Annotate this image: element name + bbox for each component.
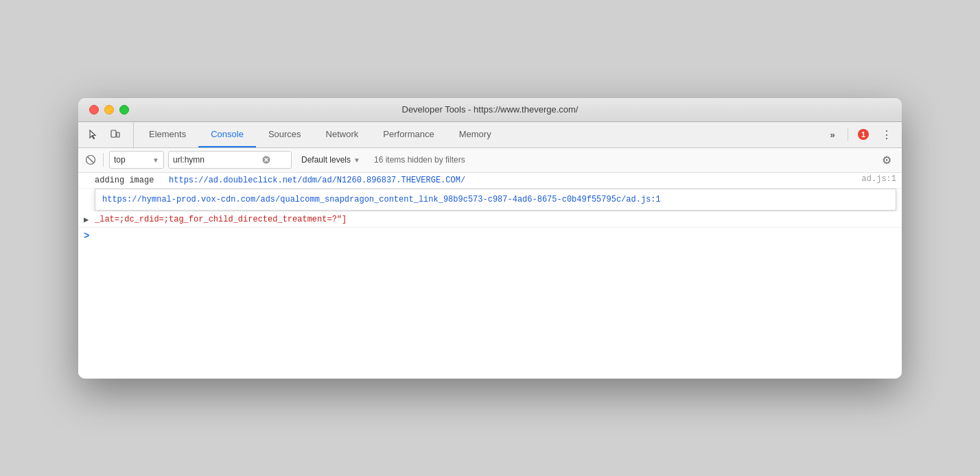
close-button[interactable]	[89, 105, 99, 115]
console-source[interactable]: ad.js:1	[855, 174, 896, 184]
console-toolbar-divider	[103, 153, 104, 167]
row-expand-icon[interactable]: ▶	[84, 215, 95, 225]
minimize-button[interactable]	[104, 105, 114, 115]
cursor-tool-button[interactable]	[84, 125, 103, 144]
tooltip-row: https://hymnal-prod.vox-cdn.com/ads/qual…	[95, 189, 896, 211]
tab-nav: Elements Console Sources Network Perform…	[137, 122, 823, 147]
default-levels-dropdown[interactable]: Default levels ▼	[296, 154, 366, 166]
tab-console[interactable]: Console	[198, 122, 256, 147]
console-source[interactable]: —	[855, 213, 896, 223]
device-toggle-button[interactable]	[106, 125, 125, 144]
toolbar-right: » 1 ⋮	[823, 122, 896, 147]
tab-memory[interactable]: Memory	[447, 122, 504, 147]
devtools-toolbar: Elements Console Sources Network Perform…	[78, 122, 902, 148]
traffic-lights	[89, 105, 129, 115]
maximize-button[interactable]	[119, 105, 129, 115]
console-input[interactable]	[93, 231, 896, 241]
clear-console-button[interactable]	[84, 153, 97, 167]
console-settings-button[interactable]: ⚙	[877, 150, 896, 169]
title-bar: Developer Tools - https://www.theverge.c…	[78, 98, 902, 122]
row-expand-icon: ▶	[84, 176, 95, 186]
svg-line-3	[88, 157, 94, 163]
console-row: ▶ adding image https://ad.doubleclick.ne…	[78, 173, 902, 189]
filter-input[interactable]	[173, 155, 262, 165]
more-tabs-button[interactable]: »	[823, 125, 842, 144]
prompt-arrow: >	[84, 230, 89, 241]
filter-clear-button[interactable]	[262, 156, 270, 164]
console-text: adding image https://ad.doubleclick.net/…	[95, 174, 855, 187]
tooltip-url-text[interactable]: https://hymnal-prod.vox-cdn.com/ads/qual…	[102, 195, 661, 204]
devtools-window: Developer Tools - https://www.theverge.c…	[78, 98, 902, 379]
tab-elements[interactable]: Elements	[137, 122, 198, 147]
tab-performance[interactable]: Performance	[371, 122, 446, 147]
toolbar-divider	[848, 128, 848, 141]
toolbar-icons	[84, 122, 134, 147]
console-text: _lat=;dc_rdid=;tag_for_child_directed_tr…	[95, 213, 855, 226]
console-row: ▶ _lat=;dc_rdid=;tag_for_child_directed_…	[78, 212, 902, 228]
tab-sources[interactable]: Sources	[256, 122, 314, 147]
error-icon: 1	[858, 129, 869, 140]
console-output: ▶ adding image https://ad.doubleclick.ne…	[78, 173, 902, 379]
context-select[interactable]: top ▼	[109, 151, 164, 169]
hidden-items-info: 16 items hidden by filters	[374, 155, 465, 165]
console-prompt-row: >	[78, 228, 902, 244]
tab-network[interactable]: Network	[314, 122, 371, 147]
devtools-menu-button[interactable]: ⋮	[877, 125, 896, 144]
svg-rect-1	[117, 132, 119, 137]
svg-rect-0	[111, 130, 116, 137]
window-title: Developer Tools - https://www.theverge.c…	[402, 104, 579, 115]
filter-input-wrapper	[168, 151, 292, 169]
console-toolbar: top ▼ Default levels ▼ 16 items hidden b…	[78, 148, 902, 173]
error-badge[interactable]: 1	[854, 128, 873, 141]
